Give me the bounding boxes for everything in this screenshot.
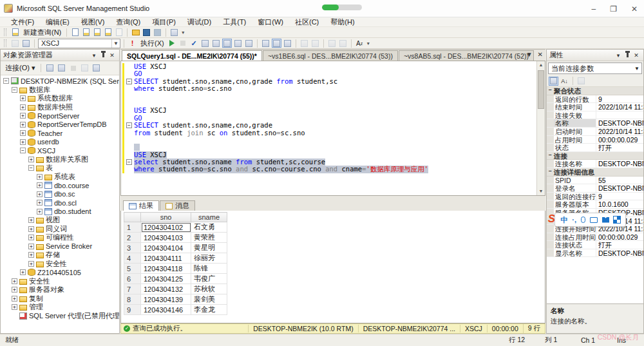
cell-sname[interactable]: 黄荣胜: [191, 233, 227, 243]
cell-sno[interactable]: 1204304103: [141, 233, 191, 243]
query-designer-icon[interactable]: [222, 39, 232, 48]
tree-item[interactable]: −数据库: [1, 86, 119, 95]
connect-icon[interactable]: [45, 64, 55, 73]
intellisense-icon[interactable]: Az: [355, 39, 365, 48]
property-row[interactable]: 占用时间00:00:00.029: [547, 136, 643, 144]
save-icon[interactable]: [142, 28, 151, 37]
expand-icon[interactable]: +: [28, 235, 34, 240]
tree-item[interactable]: +视图: [1, 216, 119, 225]
expand-icon[interactable]: +: [20, 113, 26, 119]
activity-monitor-icon[interactable]: [169, 28, 179, 37]
editor-line[interactable]: where student.sno=sc.sno: [121, 85, 536, 92]
properties-object-selector[interactable]: 当前连接参数 ▼: [548, 62, 642, 74]
pin-icon[interactable]: [623, 51, 632, 60]
property-row[interactable]: 显示名称DESKTOP-NBME2IK: [547, 249, 643, 258]
tree-item[interactable]: +dbo.sc: [1, 190, 119, 199]
change-connection-icon[interactable]: [21, 39, 31, 48]
editor-line[interactable]: USE XSCJ: [121, 107, 536, 114]
expand-icon[interactable]: +: [20, 139, 26, 145]
collapse-icon[interactable]: −: [547, 152, 554, 160]
row-number-cell[interactable]: 3: [124, 243, 141, 253]
tree-item[interactable]: −XSCJ: [1, 146, 119, 155]
expand-icon[interactable]: +: [12, 296, 17, 302]
expand-icon[interactable]: +: [28, 217, 34, 223]
close-icon[interactable]: ✕: [632, 51, 641, 60]
execute-button[interactable]: 执行(X): [140, 39, 164, 48]
cell-sno[interactable]: 1204304139: [141, 294, 191, 305]
new-doc-icon[interactable]: [70, 28, 80, 37]
expand-icon[interactable]: +: [28, 157, 34, 162]
tree-item[interactable]: +数据库快照: [1, 103, 119, 112]
chevron-down-icon[interactable]: ▼: [634, 66, 641, 72]
results-to-text-icon[interactable]: [261, 39, 270, 48]
expand-icon[interactable]: +: [28, 244, 34, 249]
table-row[interactable]: 11204304102石文勇: [124, 222, 227, 233]
editor-line[interactable]: [121, 137, 536, 144]
restore-icon[interactable]: ❐: [610, 5, 617, 14]
editor-vertical-scrollbar[interactable]: ▲ ▼: [536, 61, 545, 195]
editor-line[interactable]: [121, 144, 536, 151]
property-row[interactable]: 服务器版本10.0.1600: [547, 200, 643, 209]
cell-sname[interactable]: 韦俊广: [191, 274, 227, 284]
tree-item[interactable]: +Service Broker: [1, 242, 119, 251]
menu-item-10[interactable]: 帮助(H): [325, 17, 360, 27]
tree-item[interactable]: +dbo.scl: [1, 198, 119, 207]
specify-template-values-icon[interactable]: [233, 39, 243, 48]
tree-item[interactable]: +ReportServerTempDB: [1, 120, 119, 130]
property-row[interactable]: 连接失败: [547, 111, 643, 120]
new-mdx-query-icon[interactable]: [103, 28, 113, 37]
menu-item-3[interactable]: 视图(V): [75, 17, 111, 27]
editor-line[interactable]: where student.sno=sc.sno and sc.cno=cour…: [121, 166, 536, 173]
cell-sno[interactable]: 1204304146: [141, 305, 191, 315]
alphabetical-icon[interactable]: A↓: [560, 77, 569, 86]
display-estimated-plan-icon[interactable]: [211, 39, 221, 48]
tree-item[interactable]: +系统数据库: [1, 94, 119, 103]
tree-item[interactable]: +ReportServer: [1, 111, 119, 120]
close-icon[interactable]: ✕: [108, 51, 117, 60]
menu-item-6[interactable]: 调试(D): [182, 17, 217, 27]
scroll-down-icon[interactable]: ▼: [537, 187, 545, 195]
expand-icon[interactable]: +: [37, 200, 43, 206]
cell-sname[interactable]: 李金龙: [191, 305, 227, 315]
collapse-icon[interactable]: −: [3, 78, 9, 84]
new-query-button[interactable]: 新建查询(N): [23, 28, 61, 37]
expand-icon[interactable]: +: [20, 104, 26, 110]
punctuation-icon[interactable]: ·,: [572, 216, 576, 224]
menu-item-1[interactable]: 文件(F): [5, 17, 40, 27]
tree-item[interactable]: +Z2104405105: [1, 268, 119, 277]
keyboard-icon[interactable]: [590, 217, 598, 223]
tab-results[interactable]: 结果: [123, 200, 159, 211]
new-db-engine-query-icon[interactable]: [81, 28, 91, 37]
property-row[interactable]: 连接占用时间00:00:00.029: [547, 233, 643, 242]
menu-item-4[interactable]: 查询(Q): [110, 17, 146, 27]
categorized-icon[interactable]: [549, 77, 558, 86]
tree-item[interactable]: +可编程性: [1, 233, 119, 242]
analyze-query-icon[interactable]: [200, 39, 210, 48]
property-row[interactable]: 名称DESKTOP-NBME2IK: [547, 119, 643, 128]
microphone-icon[interactable]: [581, 216, 585, 223]
menu-item-9[interactable]: 社区(C): [289, 17, 325, 27]
tree-item[interactable]: +服务器对象: [1, 285, 119, 294]
expand-icon[interactable]: +: [37, 191, 43, 197]
row-number-cell[interactable]: 6: [124, 274, 141, 284]
tree-item[interactable]: −表: [1, 164, 119, 173]
cell-sno[interactable]: 1204304111: [141, 253, 191, 264]
tree-item[interactable]: +dbo.course: [1, 181, 119, 190]
editor-line[interactable]: [121, 93, 536, 100]
property-row[interactable]: 状态打开: [547, 144, 643, 152]
document-tab-1[interactable]: SQLQuery1.sql - DE...ME2IK\20774 (55))*: [122, 50, 262, 61]
results-to-grid-icon[interactable]: [272, 39, 281, 48]
property-row[interactable]: 连接状态打开: [547, 241, 643, 249]
table-row[interactable]: 61204304125韦俊广: [124, 274, 227, 284]
tree-item[interactable]: +数据库关系图: [1, 155, 119, 164]
debug-play-icon[interactable]: [167, 39, 177, 48]
expand-icon[interactable]: +: [37, 182, 43, 188]
table-row[interactable]: 41204304111徐丽芳: [124, 253, 227, 264]
property-row[interactable]: 登录名DESKTOP-NBME2IK: [547, 184, 643, 193]
property-row[interactable]: 返回的连接行数9: [547, 193, 643, 201]
property-category[interactable]: −连接详细信息: [547, 168, 643, 177]
property-category[interactable]: −连接: [547, 152, 643, 160]
document-tab-3[interactable]: ~vs8AB5.sql - DES...BME2IK\20774 (52)): [399, 50, 534, 61]
expand-icon[interactable]: +: [20, 269, 26, 275]
close-document-icon[interactable]: ✕: [538, 51, 543, 58]
